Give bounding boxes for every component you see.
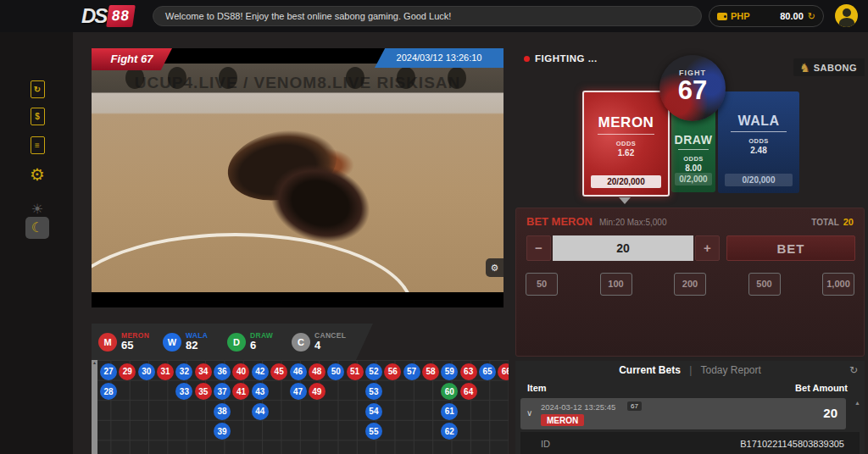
meron-odds-value: 1.62	[584, 148, 668, 158]
chevron-down-icon[interactable]: ∨	[526, 408, 532, 418]
settings-icon[interactable]: ⚙	[25, 163, 49, 185]
result-dot-wala: 65	[479, 363, 496, 380]
live-status-dot	[524, 56, 530, 62]
stat-count: 4	[314, 340, 346, 352]
result-dot-meron: 31	[157, 363, 174, 380]
bets-scroll-up-icon[interactable]: ▲	[854, 400, 860, 406]
transactions-icon[interactable]: $	[25, 105, 49, 127]
result-dot-meron: 48	[309, 363, 326, 380]
live-video-player: UCUP4.LIVE / VENOM8.LIVE RISKISAN Fight …	[92, 48, 504, 307]
avatar-head	[843, 8, 851, 17]
chip-200[interactable]: 200	[674, 273, 706, 296]
settings-icon: ⚙	[30, 166, 45, 183]
draw-title: DRAW	[671, 133, 715, 147]
decrease-bet-button[interactable]: −	[526, 235, 551, 261]
result-dot-wala: 50	[327, 363, 344, 380]
result-dot-wala: 28	[100, 383, 117, 400]
tab-separator: |	[689, 364, 692, 376]
video-scene: UCUP4.LIVE / VENOM8.LIVE RISKISAN	[92, 64, 504, 292]
avatar-body	[839, 18, 854, 27]
result-dot-wala: 39	[214, 423, 231, 440]
fight-results-grid: 2728293031323334353637383940414243444546…	[92, 360, 509, 454]
wallet-balance[interactable]: PHP 80.00 ↻	[709, 5, 824, 27]
bet-amount-input[interactable]	[553, 235, 693, 261]
meron-odds-label: ODDS	[584, 140, 668, 147]
grid-scrollbar[interactable]	[92, 360, 97, 454]
result-dot-wala: 33	[175, 383, 192, 400]
stat-bubble: D	[227, 333, 246, 352]
result-dot-meron: 45	[270, 363, 287, 380]
chip-100[interactable]: 100	[600, 273, 632, 296]
wala-title: WALA	[718, 114, 799, 129]
chip-500[interactable]: 500	[748, 273, 781, 296]
result-dot-meron: 40	[232, 363, 249, 380]
bets-tabs: Current Bets | Today Report	[515, 364, 865, 376]
stat-bubble: C	[292, 333, 310, 352]
betting-panel: FIGHTING ... ♞ SABONG MERON ODDS 1.62 20…	[515, 47, 865, 357]
bets-column-headers: Item Bet Amount	[527, 383, 848, 393]
result-dot-wala: 42	[252, 363, 269, 380]
stat-draw: DDRAW6	[227, 332, 292, 352]
left-sidebar: ↻$≡⚙☀☾	[0, 32, 73, 454]
tab-today-report[interactable]: Today Report	[700, 364, 760, 376]
dark-theme-icon[interactable]: ☾	[25, 217, 49, 239]
bets-refresh-icon[interactable]: ↻	[849, 364, 858, 376]
result-dot-draw: 60	[441, 383, 458, 400]
rooster-icon: ♞	[799, 61, 810, 75]
bet-card-meron[interactable]: MERON ODDS 1.62 20/20,000	[582, 91, 670, 197]
stat-bubble: M	[98, 333, 117, 352]
result-dot-wala: 36	[214, 363, 231, 380]
stream-watermark: UCUP4.LIVE / VENOM8.LIVE RISKISAN	[92, 74, 504, 92]
results-stats-bar: MMERON65WWALA82DDRAW6CCANCEL4	[92, 324, 373, 360]
fight-status: FIGHTING ...	[524, 53, 598, 64]
ds88-logo: DS 88	[81, 3, 134, 29]
result-dot-wala: 52	[365, 363, 382, 380]
amount-column-header: Bet Amount	[795, 383, 848, 393]
bet-card-wala[interactable]: WALA ODDS 2.48 0/20,000	[718, 91, 799, 193]
stat-count: 6	[250, 340, 273, 352]
result-dot-meron: 56	[384, 363, 401, 380]
result-dot-meron: 41	[232, 383, 249, 400]
chip-50[interactable]: 50	[526, 273, 558, 296]
chip-1000[interactable]: 1,000	[822, 273, 854, 296]
balance-value: 80.00	[780, 11, 804, 21]
wala-odds-value: 2.48	[718, 146, 799, 155]
arena-chalk-ring	[92, 233, 414, 292]
user-avatar[interactable]	[835, 4, 858, 27]
increase-bet-button[interactable]: +	[695, 235, 720, 261]
logo-ds-text: DS	[81, 4, 106, 28]
light-theme-icon: ☀	[31, 202, 43, 216]
dark-theme-icon: ☾	[31, 221, 43, 235]
result-dot-wala: 54	[365, 403, 382, 420]
status-text: FIGHTING ...	[535, 53, 598, 64]
bet-limits: Min:20 Max:5,000	[599, 218, 667, 227]
divider	[731, 131, 786, 132]
bet-button[interactable]: BET	[726, 235, 855, 261]
result-dot-wala: 55	[365, 423, 382, 440]
item-column-header: Item	[527, 383, 547, 393]
meron-title: MERON	[584, 114, 668, 131]
bet-time: 2024-03-12 13:25:45	[541, 402, 615, 412]
result-dot-wala: 53	[365, 383, 382, 400]
result-dot-meron: 63	[460, 363, 477, 380]
result-dot-meron: 49	[309, 383, 326, 400]
result-dot-wala: 59	[441, 363, 458, 380]
divider	[598, 134, 654, 135]
result-dot-wala: 44	[252, 403, 269, 420]
stream-timestamp-badge: 2024/03/12 13:26:10	[375, 48, 504, 68]
balance-refresh-icon[interactable]: ↻	[808, 11, 815, 22]
result-dot-meron: 34	[195, 363, 212, 380]
stat-bubble: W	[163, 333, 181, 352]
game-rules-icon[interactable]: ≡	[25, 134, 49, 156]
bet-id-value: B1710221145803839305	[740, 439, 844, 449]
provider-badge: ♞ SABONG	[793, 58, 865, 76]
tab-current-bets[interactable]: Current Bets	[619, 364, 681, 376]
video-settings-icon[interactable]: ⚙	[486, 258, 504, 277]
total-label: TOTAL	[811, 218, 838, 227]
result-dot-wala: 27	[100, 363, 117, 380]
result-dot-wala: 57	[403, 363, 420, 380]
bet-row[interactable]: ∨ 2024-03-12 13:25:45 67 MERON 20	[520, 398, 846, 429]
wala-bet-fill: 0/20,000	[725, 174, 793, 186]
draw-odds-value: 8.00	[671, 163, 715, 173]
bet-history-icon[interactable]: ↻	[25, 78, 49, 100]
